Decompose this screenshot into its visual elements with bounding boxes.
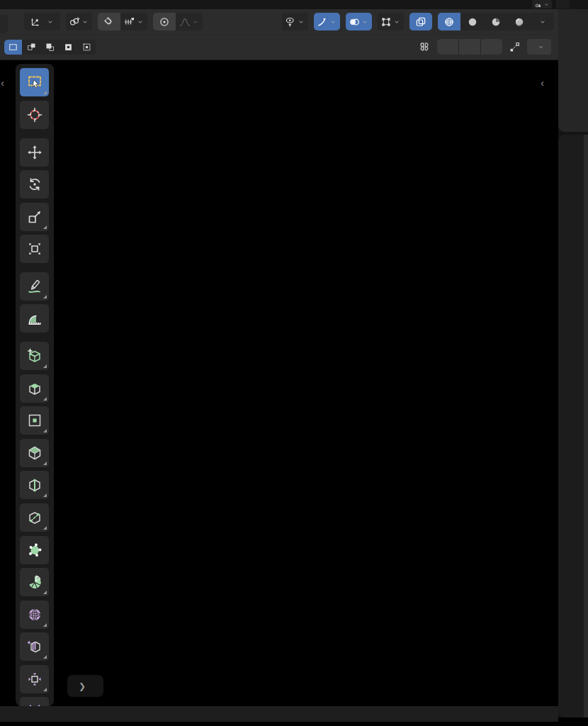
tool-inset-faces-button[interactable] [20, 406, 49, 435]
rotate-icon [26, 176, 43, 193]
tool-bevel-button[interactable] [20, 439, 49, 467]
tool-poly-build-button[interactable] [20, 536, 49, 564]
falloff-curve-icon [179, 16, 191, 28]
tool-loop-cut-button[interactable] [20, 471, 49, 499]
workspace-tab-componer[interactable] [62, 0, 78, 1]
select-new-icon [8, 42, 18, 52]
workspace-tab-scripts[interactable] [94, 0, 109, 1]
knife-icon [26, 509, 43, 526]
left-region-collapse-icon[interactable]: ‹ [1, 77, 4, 89]
shading-rendered-icon [513, 16, 526, 28]
scale-icon [26, 208, 43, 225]
pivot-point-button[interactable] [66, 13, 92, 30]
tool-smooth-vertices-button[interactable] [20, 601, 49, 629]
header-row-select-options [0, 34, 558, 59]
select-subtract-button[interactable] [41, 40, 59, 55]
smooth-vertices-icon [26, 606, 43, 623]
shading-material-preview-button[interactable] [485, 13, 507, 30]
tool-edge-slide-button[interactable] [20, 632, 49, 661]
select-extend-button[interactable] [23, 40, 40, 55]
workspace-tab-sombreado[interactable] [16, 0, 31, 1]
shading-wireframe-button[interactable] [438, 13, 460, 30]
chevron-right-icon: ❯ [79, 681, 86, 691]
shading-dropdown[interactable] [531, 13, 554, 30]
chevron-down-icon [191, 18, 200, 26]
mirror-axis-y-button[interactable] [459, 39, 480, 55]
topology-mirror-button[interactable] [508, 40, 521, 54]
select-new-button[interactable] [4, 40, 22, 55]
xray-icon [414, 16, 427, 28]
chevron-down-icon [538, 18, 548, 26]
tool-extrude-region-button[interactable] [20, 374, 49, 403]
chevron-down-icon [136, 18, 145, 26]
tool-annotate-button[interactable] [20, 272, 49, 301]
object-type-visibility-button[interactable] [282, 13, 308, 30]
editor-type-button-partial[interactable] [0, 15, 8, 33]
tool-move-button[interactable] [20, 138, 49, 167]
workspace-tab-nodos-de-geometr-a[interactable] [78, 0, 94, 1]
shading-wireframe-icon [443, 16, 456, 28]
tool-measure-button[interactable] [20, 304, 49, 333]
proportional-circle-icon [158, 16, 171, 28]
right-panel [558, 9, 588, 717]
select-extend-icon [26, 42, 37, 52]
tool-knife-button[interactable] [20, 503, 49, 532]
outliner-region [558, 9, 588, 132]
workspace-tab-xturas[interactable] [0, 0, 16, 1]
mirror-axis-x-button[interactable] [437, 39, 458, 55]
shading-solid-button[interactable] [461, 13, 484, 30]
tool-transform-button[interactable] [20, 235, 49, 263]
snap-settings-button[interactable] [121, 13, 147, 30]
transform-icon [26, 240, 43, 257]
mesh-edit-overlays-button[interactable] [378, 13, 404, 30]
operator-panel-collapsed[interactable]: ❯ [67, 675, 103, 697]
orientation-axes-icon [29, 16, 42, 28]
edge-slide-icon [26, 638, 43, 655]
sidebar-collapse-icon[interactable]: ‹ [541, 77, 544, 89]
select-subtract-icon [45, 42, 55, 52]
show-gizmo-button[interactable] [314, 13, 340, 30]
proportional-falloff-button[interactable] [176, 13, 203, 30]
chevron-down-icon [329, 18, 338, 26]
workspace-tab-bar [0, 0, 588, 9]
transform-orientation-dropdown[interactable] [24, 13, 60, 30]
show-overlays-button[interactable] [346, 13, 372, 30]
snap-increment-icon [123, 16, 136, 28]
scene-icon [534, 1, 542, 9]
select-invert-button[interactable] [60, 40, 77, 55]
mirror-toggle-button[interactable] [417, 40, 431, 54]
mirror-axis-z-button[interactable] [481, 39, 502, 55]
topology-mirror-icon [508, 40, 521, 54]
shading-solid-icon [466, 16, 479, 28]
tool-select-box-button[interactable] [20, 68, 49, 96]
tool-shrink-fatten-button[interactable] [20, 665, 49, 693]
shading-rendered-button[interactable] [508, 13, 531, 30]
workspace-tab-procesamiento[interactable] [47, 0, 62, 1]
add-cube-icon [26, 347, 43, 364]
tool-cursor-3d-button[interactable] [20, 101, 49, 129]
scene-selector [532, 0, 588, 9]
loop-cut-icon [26, 476, 43, 493]
3d-viewport[interactable] [0, 60, 558, 706]
annotate-icon [26, 278, 43, 295]
toggle-xray-button[interactable] [409, 13, 432, 30]
workspace-tab-animar[interactable] [31, 0, 47, 1]
toolbar [20, 64, 50, 706]
tool-rotate-button[interactable] [20, 170, 49, 199]
tool-spin-button[interactable] [20, 568, 49, 596]
shading-mode-group [438, 13, 554, 30]
options-dropdown[interactable] [527, 39, 551, 55]
shrink-fatten-icon [26, 671, 43, 688]
tool-scale-button[interactable] [20, 203, 49, 231]
tool-shear-button[interactable] [20, 697, 49, 706]
chevron-down-icon [361, 18, 370, 26]
proportional-editing-button[interactable] [153, 13, 176, 30]
tool-add-cube-button[interactable] [20, 342, 49, 370]
chevron-down-icon [392, 18, 402, 26]
overlays-icon [348, 16, 361, 28]
snap-magnet-button[interactable] [98, 13, 120, 30]
select-intersect-button[interactable] [78, 40, 96, 55]
scene-name-field[interactable] [555, 0, 570, 9]
scene-browse-button[interactable] [532, 0, 552, 9]
chevron-down-icon [46, 18, 55, 26]
